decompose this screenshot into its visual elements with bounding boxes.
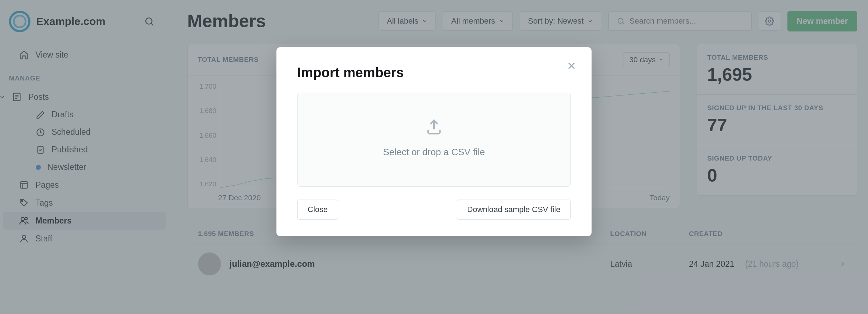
dropzone-text: Select or drop a CSV file <box>383 147 485 158</box>
import-members-modal: Import members Select or drop a CSV file… <box>276 47 592 236</box>
upload-icon <box>424 118 444 136</box>
close-icon <box>566 60 577 72</box>
csv-dropzone[interactable]: Select or drop a CSV file <box>297 93 571 187</box>
modal-close-footer-button[interactable]: Close <box>297 200 338 220</box>
modal-title: Import members <box>297 65 571 80</box>
modal-close-button[interactable] <box>566 60 577 73</box>
download-sample-button[interactable]: Download sample CSV file <box>457 200 571 220</box>
modal-overlay[interactable]: Import members Select or drop a CSV file… <box>0 0 868 314</box>
